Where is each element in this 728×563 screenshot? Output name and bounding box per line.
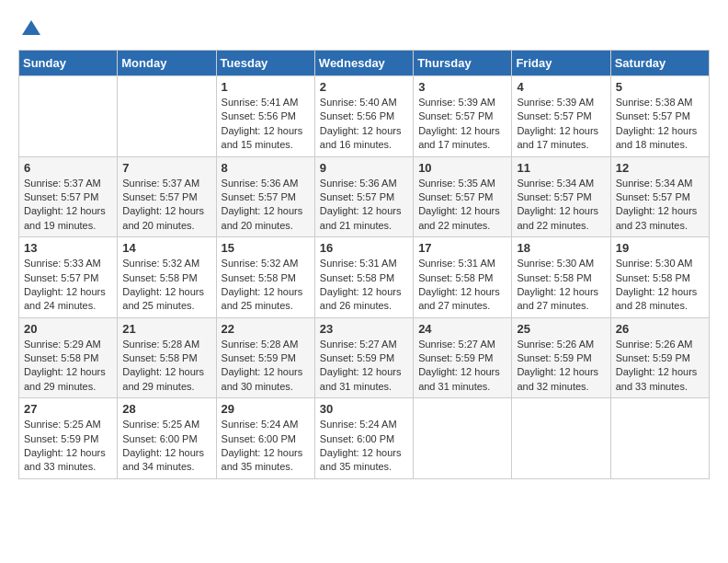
calendar-cell: 8Sunrise: 5:36 AM Sunset: 5:57 PM Daylig… (216, 156, 314, 237)
day-number: 8 (222, 161, 310, 175)
calendar-cell (414, 398, 512, 479)
day-info: Sunrise: 5:25 AM Sunset: 5:59 PM Dayligh… (24, 418, 112, 475)
calendar-cell: 25Sunrise: 5:26 AM Sunset: 5:59 PM Dayli… (512, 317, 610, 398)
day-number: 2 (320, 80, 408, 94)
day-number: 3 (418, 80, 506, 94)
calendar-header-monday: Monday (118, 51, 216, 76)
day-info: Sunrise: 5:32 AM Sunset: 5:58 PM Dayligh… (122, 257, 210, 314)
day-number: 25 (517, 322, 605, 336)
day-number: 22 (222, 322, 310, 336)
day-info: Sunrise: 5:34 AM Sunset: 5:57 PM Dayligh… (517, 177, 605, 234)
calendar-cell: 2Sunrise: 5:40 AM Sunset: 5:56 PM Daylig… (314, 76, 413, 157)
calendar-table: SundayMondayTuesdayWednesdayThursdayFrid… (18, 50, 710, 479)
calendar-header-tuesday: Tuesday (216, 51, 314, 76)
calendar-cell: 28Sunrise: 5:25 AM Sunset: 6:00 PM Dayli… (118, 398, 216, 479)
day-number: 5 (616, 80, 704, 94)
day-number: 21 (122, 322, 210, 336)
calendar-cell: 9Sunrise: 5:36 AM Sunset: 5:57 PM Daylig… (314, 156, 413, 237)
calendar-cell: 1Sunrise: 5:41 AM Sunset: 5:56 PM Daylig… (216, 76, 314, 157)
day-number: 18 (517, 241, 605, 255)
day-number: 23 (320, 322, 408, 336)
calendar-cell: 10Sunrise: 5:35 AM Sunset: 5:57 PM Dayli… (414, 156, 512, 237)
day-number: 28 (122, 402, 210, 416)
day-number: 24 (418, 322, 506, 336)
day-number: 7 (122, 161, 210, 175)
day-info: Sunrise: 5:32 AM Sunset: 5:58 PM Dayligh… (222, 257, 310, 314)
day-info: Sunrise: 5:35 AM Sunset: 5:57 PM Dayligh… (418, 177, 506, 234)
day-number: 19 (616, 241, 704, 255)
calendar-cell: 3Sunrise: 5:39 AM Sunset: 5:57 PM Daylig… (414, 76, 512, 157)
day-number: 30 (320, 402, 408, 416)
calendar-header-row: SundayMondayTuesdayWednesdayThursdayFrid… (19, 51, 710, 76)
calendar-cell: 18Sunrise: 5:30 AM Sunset: 5:58 PM Dayli… (512, 237, 610, 318)
day-info: Sunrise: 5:36 AM Sunset: 5:57 PM Dayligh… (222, 177, 310, 234)
calendar-cell: 6Sunrise: 5:37 AM Sunset: 5:57 PM Daylig… (19, 156, 118, 237)
day-number: 6 (24, 161, 112, 175)
day-info: Sunrise: 5:31 AM Sunset: 5:58 PM Dayligh… (320, 257, 408, 314)
calendar-cell (118, 76, 216, 157)
day-number: 14 (122, 241, 210, 255)
day-info: Sunrise: 5:24 AM Sunset: 6:00 PM Dayligh… (222, 418, 310, 475)
day-number: 27 (24, 402, 112, 416)
calendar-cell: 23Sunrise: 5:27 AM Sunset: 5:59 PM Dayli… (314, 317, 413, 398)
day-info: Sunrise: 5:38 AM Sunset: 5:57 PM Dayligh… (616, 96, 704, 153)
calendar-cell: 13Sunrise: 5:33 AM Sunset: 5:57 PM Dayli… (19, 237, 118, 318)
svg-marker-0 (22, 20, 40, 35)
day-number: 1 (222, 80, 310, 94)
day-info: Sunrise: 5:28 AM Sunset: 5:58 PM Dayligh… (122, 338, 210, 395)
calendar-cell: 17Sunrise: 5:31 AM Sunset: 5:58 PM Dayli… (414, 237, 512, 318)
day-number: 16 (320, 241, 408, 255)
calendar-cell: 7Sunrise: 5:37 AM Sunset: 5:57 PM Daylig… (118, 156, 216, 237)
day-info: Sunrise: 5:27 AM Sunset: 5:59 PM Dayligh… (418, 338, 506, 395)
calendar-week-row: 20Sunrise: 5:29 AM Sunset: 5:58 PM Dayli… (19, 317, 710, 398)
day-info: Sunrise: 5:27 AM Sunset: 5:59 PM Dayligh… (320, 338, 408, 395)
day-info: Sunrise: 5:37 AM Sunset: 5:57 PM Dayligh… (24, 177, 112, 234)
day-info: Sunrise: 5:24 AM Sunset: 6:00 PM Dayligh… (320, 418, 408, 475)
calendar-cell: 15Sunrise: 5:32 AM Sunset: 5:58 PM Dayli… (216, 237, 314, 318)
calendar-cell (610, 398, 709, 479)
calendar-cell: 11Sunrise: 5:34 AM Sunset: 5:57 PM Dayli… (512, 156, 610, 237)
day-info: Sunrise: 5:33 AM Sunset: 5:57 PM Dayligh… (24, 257, 112, 314)
day-info: Sunrise: 5:39 AM Sunset: 5:57 PM Dayligh… (418, 96, 506, 153)
calendar-header-saturday: Saturday (610, 51, 709, 76)
day-number: 10 (418, 161, 506, 175)
day-number: 9 (320, 161, 408, 175)
day-info: Sunrise: 5:34 AM Sunset: 5:57 PM Dayligh… (616, 177, 704, 234)
day-info: Sunrise: 5:26 AM Sunset: 5:59 PM Dayligh… (517, 338, 605, 395)
day-number: 4 (517, 80, 605, 94)
day-info: Sunrise: 5:39 AM Sunset: 5:57 PM Dayligh… (517, 96, 605, 153)
calendar-header-thursday: Thursday (414, 51, 512, 76)
day-number: 12 (616, 161, 704, 175)
calendar-cell: 5Sunrise: 5:38 AM Sunset: 5:57 PM Daylig… (610, 76, 709, 157)
calendar-cell (19, 76, 118, 157)
calendar-cell: 27Sunrise: 5:25 AM Sunset: 5:59 PM Dayli… (19, 398, 118, 479)
calendar-cell: 12Sunrise: 5:34 AM Sunset: 5:57 PM Dayli… (610, 156, 709, 237)
calendar-header-friday: Friday (512, 51, 610, 76)
calendar-cell: 20Sunrise: 5:29 AM Sunset: 5:58 PM Dayli… (19, 317, 118, 398)
day-info: Sunrise: 5:36 AM Sunset: 5:57 PM Dayligh… (320, 177, 408, 234)
day-info: Sunrise: 5:25 AM Sunset: 6:00 PM Dayligh… (122, 418, 210, 475)
day-info: Sunrise: 5:37 AM Sunset: 5:57 PM Dayligh… (122, 177, 210, 234)
calendar-week-row: 1Sunrise: 5:41 AM Sunset: 5:56 PM Daylig… (19, 76, 710, 157)
day-info: Sunrise: 5:30 AM Sunset: 5:58 PM Dayligh… (517, 257, 605, 314)
day-number: 20 (24, 322, 112, 336)
calendar-cell: 30Sunrise: 5:24 AM Sunset: 6:00 PM Dayli… (314, 398, 413, 479)
day-info: Sunrise: 5:29 AM Sunset: 5:58 PM Dayligh… (24, 338, 112, 395)
calendar-cell (512, 398, 610, 479)
day-info: Sunrise: 5:31 AM Sunset: 5:58 PM Dayligh… (418, 257, 506, 314)
calendar-week-row: 6Sunrise: 5:37 AM Sunset: 5:57 PM Daylig… (19, 156, 710, 237)
day-info: Sunrise: 5:28 AM Sunset: 5:59 PM Dayligh… (222, 338, 310, 395)
calendar-header-sunday: Sunday (19, 51, 118, 76)
day-number: 15 (222, 241, 310, 255)
page-header (18, 18, 710, 40)
day-info: Sunrise: 5:41 AM Sunset: 5:56 PM Dayligh… (222, 96, 310, 153)
day-info: Sunrise: 5:40 AM Sunset: 5:56 PM Dayligh… (320, 96, 408, 153)
day-number: 11 (517, 161, 605, 175)
logo-icon (20, 18, 42, 40)
calendar-cell: 29Sunrise: 5:24 AM Sunset: 6:00 PM Dayli… (216, 398, 314, 479)
day-number: 29 (222, 402, 310, 416)
calendar-week-row: 27Sunrise: 5:25 AM Sunset: 5:59 PM Dayli… (19, 398, 710, 479)
calendar-week-row: 13Sunrise: 5:33 AM Sunset: 5:57 PM Dayli… (19, 237, 710, 318)
calendar-cell: 21Sunrise: 5:28 AM Sunset: 5:58 PM Dayli… (118, 317, 216, 398)
day-number: 13 (24, 241, 112, 255)
